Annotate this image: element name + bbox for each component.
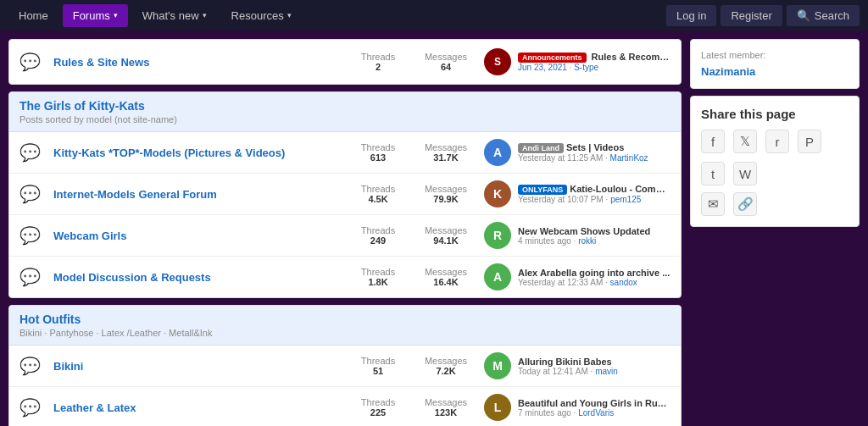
forum-latest-title: ONLYFANSKatie-Loulou - Comple... bbox=[518, 184, 670, 195]
forum-messages-stat: Messages 7.2K bbox=[416, 356, 476, 376]
rules-badge: Announcements bbox=[518, 53, 587, 63]
forum-latest-meta: Yesterday at 11:25 AM · MartinKoz bbox=[518, 153, 670, 163]
email-icon[interactable]: ✉ bbox=[701, 192, 725, 216]
latest-member-widget: Latest member: Nazimania bbox=[690, 39, 860, 89]
rules-avatar: S bbox=[484, 48, 511, 75]
kitty-kats-subtitle: Posts sorted by model (not site-name) bbox=[19, 114, 670, 124]
forum-avatar: A bbox=[484, 139, 511, 166]
tumblr-icon[interactable]: t bbox=[701, 162, 725, 185]
forum-messages-stat: Messages 16.4K bbox=[416, 267, 476, 287]
nav-resources[interactable]: Resources ▾ bbox=[221, 4, 302, 27]
forum-latest-title: Alluring Bikini Babes bbox=[518, 357, 670, 367]
forum-threads-stat: Threads 613 bbox=[348, 142, 408, 163]
forum-badge: ONLYFANS bbox=[518, 185, 567, 195]
whats-new-chevron-icon: ▾ bbox=[203, 11, 207, 19]
forum-avatar: R bbox=[484, 222, 511, 249]
forum-latest-meta: Yesterday at 10:07 PM · pem125 bbox=[518, 195, 670, 204]
forum-messages-stat: Messages 31.7K bbox=[416, 142, 476, 163]
forum-latest: R New Webcam Shows Updated 4 minutes ago… bbox=[484, 222, 670, 249]
kitty-kats-rows: 💬 Kitty-Kats *TOP*-Models (Pictures & Vi… bbox=[9, 132, 681, 297]
forum-latest-title: New Webcam Shows Updated bbox=[518, 226, 670, 236]
forum-name[interactable]: Bikini bbox=[53, 360, 340, 373]
forum-threads-stat: Threads 4.5K bbox=[348, 184, 408, 204]
forum-row: 💬 Webcam Girls Threads 249 Messages 94.1… bbox=[9, 215, 681, 257]
share-title: Share this page bbox=[701, 107, 849, 121]
forum-latest-info: Alluring Bikini Babes Today at 12:41 AM … bbox=[518, 357, 670, 376]
hot-outfits-subtitle: Bikini · Pantyhose · Latex /Leather · Me… bbox=[19, 328, 670, 338]
forum-latest: L Beautiful and Young Girls in Rub... 7 … bbox=[484, 394, 670, 421]
forum-icon: 💬 bbox=[19, 267, 45, 287]
rules-latest-title: Announcements Rules & Recomme... bbox=[518, 52, 670, 63]
kitty-kats-section: The Girls of Kitty-Kats Posts sorted by … bbox=[8, 91, 682, 298]
forums-chevron-icon: ▾ bbox=[114, 11, 118, 19]
forum-latest-title: Alex Arabella going into archive ... bbox=[518, 268, 670, 278]
latest-member-name[interactable]: Nazimania bbox=[701, 65, 849, 78]
forum-badge: Andi Land bbox=[518, 143, 564, 153]
forum-name[interactable]: Kitty-Kats *TOP*-Models (Pictures & Vide… bbox=[53, 147, 340, 159]
forum-icon: 💬 bbox=[19, 142, 45, 163]
forum-latest-meta: Yesterday at 12:33 AM · sandox bbox=[518, 278, 670, 287]
resources-chevron-icon: ▾ bbox=[287, 11, 292, 19]
forum-threads-stat: Threads 249 bbox=[348, 225, 408, 246]
forum-icon: 💬 bbox=[19, 225, 45, 246]
forum-latest-info: ONLYFANSKatie-Loulou - Comple... Yesterd… bbox=[518, 184, 670, 204]
link-icon[interactable]: 🔗 bbox=[733, 192, 757, 216]
rules-forum-name[interactable]: Rules & Site News bbox=[53, 56, 340, 69]
forum-avatar: A bbox=[484, 263, 511, 290]
twitter-icon[interactable]: 𝕏 bbox=[733, 130, 757, 153]
rules-latest: S Announcements Rules & Recomme... Jun 2… bbox=[484, 48, 670, 75]
hot-outfits-title: Hot Outfits bbox=[19, 313, 670, 326]
forum-latest-meta: 4 minutes ago · rokki bbox=[518, 236, 670, 246]
search-icon: 🔍 bbox=[797, 9, 810, 22]
forum-avatar: L bbox=[484, 394, 511, 421]
forum-threads-stat: Threads 51 bbox=[348, 356, 408, 376]
facebook-icon[interactable]: f bbox=[701, 130, 725, 153]
register-button[interactable]: Register bbox=[721, 5, 782, 26]
pinterest-icon[interactable]: P bbox=[798, 130, 821, 153]
forum-row: 💬 Bikini Threads 51 Messages 7.2K M Allu… bbox=[9, 346, 681, 387]
hot-outfits-header: Hot Outfits Bikini · Pantyhose · Latex /… bbox=[9, 306, 681, 346]
reddit-icon[interactable]: r bbox=[765, 130, 789, 153]
forum-name[interactable]: Webcam Girls bbox=[53, 230, 340, 242]
search-button[interactable]: 🔍 Search bbox=[787, 5, 860, 26]
forum-avatar: M bbox=[484, 352, 511, 379]
share-icons-row2: ✉ 🔗 bbox=[701, 192, 849, 216]
forum-messages-stat: Messages 94.1K bbox=[416, 225, 476, 246]
forum-latest: M Alluring Bikini Babes Today at 12:41 A… bbox=[484, 352, 670, 379]
whatsapp-icon[interactable]: W bbox=[733, 162, 757, 185]
forum-row: 💬 Internet-Models General Forum Threads … bbox=[9, 174, 681, 215]
nav-whats-new[interactable]: What's new ▾ bbox=[132, 4, 217, 27]
rules-row: 💬 Rules & Site News Threads 2 Messages 6… bbox=[9, 40, 681, 84]
forum-messages-stat: Messages 79.9K bbox=[416, 184, 476, 204]
share-widget: Share this page f 𝕏 r P t W ✉ 🔗 bbox=[690, 96, 860, 227]
nav-forums[interactable]: Forums ▾ bbox=[63, 4, 128, 27]
forum-icon: 💬 bbox=[19, 397, 45, 418]
forum-threads-stat: Threads 1.8K bbox=[348, 267, 408, 287]
navbar: Home Forums ▾ What's new ▾ Resources ▾ L… bbox=[0, 0, 868, 30]
share-icons-row1: f 𝕏 r P t W bbox=[701, 130, 849, 185]
forum-latest-meta: Today at 12:41 AM · mavin bbox=[518, 367, 670, 376]
forum-latest: A Alex Arabella going into archive ... Y… bbox=[484, 263, 670, 290]
kitty-kats-title: The Girls of Kitty-Kats bbox=[19, 99, 670, 113]
latest-member-label: Latest member: bbox=[701, 50, 849, 60]
forum-name[interactable]: Leather & Latex bbox=[53, 401, 340, 414]
forum-latest-title: Andi LandSets | Videos bbox=[518, 142, 670, 153]
forum-latest-info: New Webcam Shows Updated 4 minutes ago ·… bbox=[518, 226, 670, 246]
forum-row: 💬 Leather & Latex Threads 225 Messages 1… bbox=[9, 387, 681, 426]
kitty-kats-header: The Girls of Kitty-Kats Posts sorted by … bbox=[9, 92, 681, 132]
forum-row: 💬 Kitty-Kats *TOP*-Models (Pictures & Vi… bbox=[9, 132, 681, 174]
forum-threads-stat: Threads 225 bbox=[348, 397, 408, 418]
hot-outfits-rows: 💬 Bikini Threads 51 Messages 7.2K M Allu… bbox=[9, 346, 681, 426]
nav-home[interactable]: Home bbox=[8, 4, 58, 27]
login-button[interactable]: Log in bbox=[666, 5, 716, 26]
forum-latest-meta: 7 minutes ago · LordVaris bbox=[518, 408, 670, 418]
forum-avatar: K bbox=[484, 180, 511, 207]
forum-name[interactable]: Model Discussion & Requests bbox=[53, 271, 340, 284]
forum-icon: 💬 bbox=[19, 356, 45, 376]
hot-outfits-section: Hot Outfits Bikini · Pantyhose · Latex /… bbox=[8, 305, 682, 426]
rules-latest-info: Announcements Rules & Recomme... Jun 23,… bbox=[518, 52, 670, 72]
content-area: 💬 Rules & Site News Threads 2 Messages 6… bbox=[8, 39, 682, 426]
forum-name[interactable]: Internet-Models General Forum bbox=[53, 188, 340, 201]
forum-icon: 💬 bbox=[19, 184, 45, 204]
sidebar: Latest member: Nazimania Share this page… bbox=[690, 39, 860, 426]
